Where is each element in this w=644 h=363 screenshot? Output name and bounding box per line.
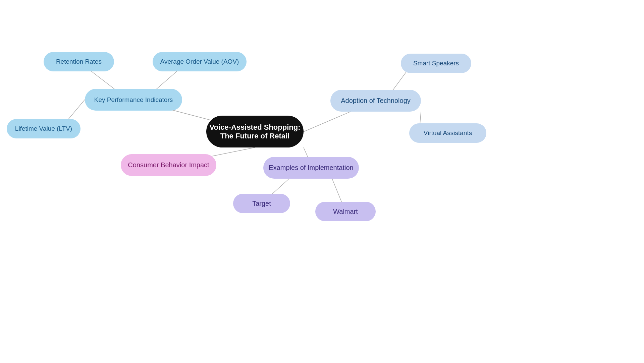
smart-speakers-node: Smart Speakers (401, 54, 471, 73)
ltv-node: Lifetime Value (LTV) (7, 119, 80, 138)
retention-node: Retention Rates (44, 52, 114, 71)
target-node: Target (233, 194, 290, 213)
virtual-assistants-node: Virtual Assistants (409, 123, 486, 143)
aov-node: Average Order Value (AOV) (153, 52, 247, 71)
examples-node: Examples of Implementation (263, 157, 359, 179)
consumer-behavior-node: Consumer Behavior Impact (121, 154, 216, 176)
walmart-node: Walmart (315, 202, 376, 221)
center-node: Voice-Assisted Shopping: The Future of R… (206, 116, 304, 147)
adoption-node: Adoption of Technology (330, 90, 421, 112)
kpi-node: Key Performance Indicators (85, 89, 182, 111)
